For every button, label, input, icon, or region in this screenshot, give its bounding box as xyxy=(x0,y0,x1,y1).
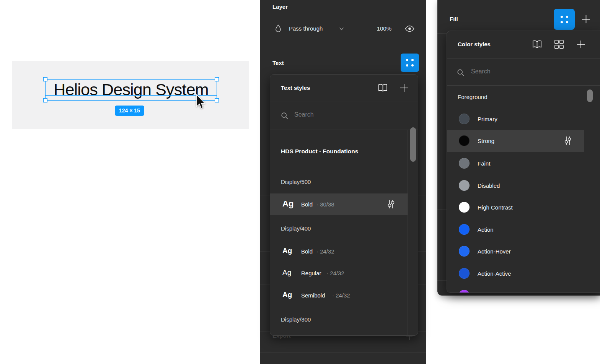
style-name: Bold xyxy=(301,201,313,208)
fill-section-title: Fill xyxy=(450,16,458,22)
text-section-title: Text xyxy=(272,60,284,66)
style-meta: · 24/32 xyxy=(326,270,344,276)
color-name: Action xyxy=(478,226,494,233)
color-name: Primary xyxy=(478,116,497,122)
library-book-icon[interactable] xyxy=(378,83,388,93)
text-style-row[interactable]: Ag Bold · 24/32 xyxy=(270,240,408,262)
scrollbar-thumb[interactable] xyxy=(410,127,416,162)
text-styles-button[interactable] xyxy=(401,54,419,72)
selection-text-baseline xyxy=(46,95,217,96)
layer-section-title: Layer xyxy=(272,3,288,10)
selection-handle-bottom-left[interactable] xyxy=(43,98,47,102)
style-group-label: Display/400 xyxy=(281,225,311,232)
style-name: Regular xyxy=(301,270,321,276)
mouse-cursor-icon xyxy=(195,94,206,109)
color-swatch xyxy=(459,246,470,257)
text-styles-popover: Text styles HDS Product - Foundations Di… xyxy=(270,74,418,336)
style-dots-icon xyxy=(406,59,414,67)
popover-divider xyxy=(270,101,418,101)
edit-style-sliders-icon[interactable] xyxy=(387,199,395,209)
style-preview: Ag xyxy=(282,291,292,299)
text-style-row[interactable]: Ag Semibold · 24/32 xyxy=(270,284,408,306)
color-swatch xyxy=(459,114,470,124)
color-style-row[interactable]: Action xyxy=(447,218,584,240)
color-style-row[interactable]: Highlight xyxy=(447,284,584,293)
color-group-header: Foreground xyxy=(458,94,488,100)
color-name: Action-Active xyxy=(478,270,511,277)
color-swatch xyxy=(459,202,470,213)
section-divider xyxy=(260,45,426,45)
color-styles-button[interactable] xyxy=(554,9,575,30)
color-swatch xyxy=(459,268,470,279)
grid-view-icon[interactable] xyxy=(554,39,564,49)
section-divider xyxy=(260,353,426,353)
color-swatch xyxy=(459,180,470,191)
color-style-row[interactable]: High Contrast xyxy=(447,196,584,218)
color-swatch xyxy=(459,158,470,169)
scrollbar-thumb[interactable] xyxy=(587,89,593,102)
scrollbar-track xyxy=(584,85,584,293)
color-style-row[interactable]: Faint xyxy=(447,152,584,174)
text-styles-popover-title: Text styles xyxy=(281,84,310,91)
color-style-row[interactable]: Disabled xyxy=(447,174,584,197)
selection-handle-top-left[interactable] xyxy=(43,77,47,81)
color-name: Faint xyxy=(478,160,490,167)
style-name: Semibold xyxy=(301,292,325,299)
popover-divider xyxy=(447,85,600,86)
color-name: Strong xyxy=(478,138,494,144)
style-preview: Ag xyxy=(282,268,291,277)
color-styles-popover: Color styles Foreground Primary Strong F… xyxy=(447,31,600,293)
color-name: Disabled xyxy=(478,182,500,189)
color-style-row[interactable]: Action-Hover xyxy=(447,240,584,262)
popover-divider xyxy=(447,58,600,59)
library-header: HDS Product - Foundations xyxy=(281,148,358,155)
color-style-row-selected[interactable]: Strong xyxy=(447,130,584,152)
color-swatch xyxy=(459,290,470,293)
dimension-badge: 124 × 15 xyxy=(115,106,144,116)
color-name: Highlight xyxy=(478,292,500,293)
add-fill-icon[interactable] xyxy=(581,14,591,24)
style-group-label: Display/500 xyxy=(281,179,311,185)
add-style-icon[interactable] xyxy=(576,39,586,49)
selection-handle-bottom-right[interactable] xyxy=(215,98,219,102)
style-dots-icon xyxy=(561,16,568,23)
color-style-row[interactable]: Action-Active xyxy=(447,262,584,284)
style-meta: · 24/32 xyxy=(316,248,334,255)
text-styles-search-input[interactable] xyxy=(294,111,386,118)
color-swatch xyxy=(459,135,470,146)
scrollbar-track xyxy=(408,130,408,336)
add-style-icon[interactable] xyxy=(399,83,409,93)
search-icon xyxy=(281,112,289,120)
selection-handle-top-right[interactable] xyxy=(215,77,219,81)
popover-divider xyxy=(270,130,418,130)
visibility-eye-icon[interactable] xyxy=(405,25,414,32)
color-styles-search-input[interactable] xyxy=(471,68,563,75)
blend-mode-select[interactable]: Pass through xyxy=(289,25,323,32)
style-group-label: Display/300 xyxy=(281,316,311,323)
search-icon xyxy=(457,69,465,76)
selection-box xyxy=(45,79,217,101)
color-styles-popover-title: Color styles xyxy=(458,41,491,47)
style-preview: Ag xyxy=(282,247,292,255)
text-style-row[interactable]: Ag Regular · 24/32 xyxy=(270,262,408,284)
color-name: High Contrast xyxy=(478,204,513,211)
style-meta: · 30/38 xyxy=(316,201,334,208)
blend-mode-droplet-icon xyxy=(274,24,282,33)
edit-style-sliders-icon[interactable] xyxy=(564,136,572,146)
text-style-row-selected[interactable]: Ag Bold · 30/38 xyxy=(270,193,408,215)
layer-opacity-value[interactable]: 100% xyxy=(370,25,391,32)
library-book-icon[interactable] xyxy=(532,40,542,49)
style-preview: Ag xyxy=(282,199,293,209)
style-meta: · 24/32 xyxy=(332,292,350,299)
color-style-row[interactable]: Primary xyxy=(447,108,584,130)
chevron-down-icon[interactable] xyxy=(339,27,344,31)
color-name: Action-Hover xyxy=(478,248,511,255)
style-name: Bold xyxy=(301,248,313,255)
color-swatch xyxy=(459,224,470,235)
